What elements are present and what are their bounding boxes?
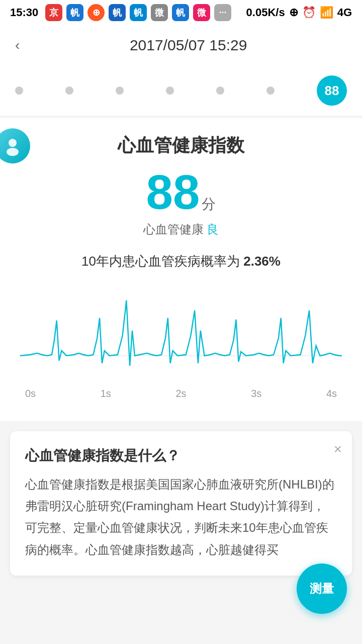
health-title: 心血管健康指数 bbox=[20, 133, 342, 158]
info-box-title: 心血管健康指数是什么？ bbox=[25, 446, 337, 465]
dots-row: 88 bbox=[0, 65, 362, 116]
app-icon-5[interactable]: 帆 bbox=[172, 4, 189, 21]
app-icon-1[interactable]: 帆 bbox=[66, 4, 83, 21]
wifi-icon: 📶 bbox=[320, 6, 333, 19]
risk-text: 10年内患心血管疾病概率为 2.36% bbox=[20, 253, 342, 270]
app-icon-4[interactable]: 帆 bbox=[130, 4, 147, 21]
score-unit: 分 bbox=[202, 196, 216, 212]
signal-icon: 4G bbox=[337, 6, 352, 19]
health-status: 心血管健康 良 bbox=[20, 221, 342, 237]
page-title: 2017/05/07 15:29 bbox=[25, 37, 352, 54]
measure-fab-button[interactable]: 测量 bbox=[297, 564, 347, 614]
app-icon-2[interactable]: ⊕ bbox=[87, 4, 105, 21]
network-speed: 0.05K/s bbox=[246, 6, 285, 19]
dot-3[interactable] bbox=[116, 87, 124, 95]
score-display: 88分 bbox=[20, 168, 342, 216]
info-box-close-button[interactable]: × bbox=[334, 441, 342, 457]
risk-prefix: 10年内患心血管疾病概率为 bbox=[81, 254, 240, 269]
dot-4[interactable] bbox=[166, 87, 174, 95]
health-status-badge: 良 bbox=[207, 222, 219, 236]
ecg-label-2s: 2s bbox=[175, 388, 186, 399]
alarm-icon: ⏰ bbox=[302, 6, 316, 19]
score-number: 88 bbox=[146, 165, 200, 219]
info-box-text: 心血管健康指数是根据美国国家心肺血液研究所(NHLBI)的弗雷明汉心脏研究(Fr… bbox=[25, 473, 337, 560]
status-right: 0.05K/s ⊕ ⏰ 📶 4G bbox=[246, 6, 352, 19]
risk-value: 2.36% bbox=[243, 254, 281, 269]
back-button[interactable]: ‹ bbox=[10, 32, 25, 58]
app-icon-more[interactable]: ··· bbox=[214, 4, 231, 21]
app-icon-3[interactable]: 帆 bbox=[109, 4, 126, 21]
info-box: 心血管健康指数是什么？ × 心血管健康指数是根据美国国家心肺血液研究所(NHLB… bbox=[10, 431, 352, 576]
ecg-chart-container: 0s 1s 2s 3s 4s bbox=[20, 280, 342, 401]
ecg-chart bbox=[20, 280, 342, 386]
ecg-label-3s: 3s bbox=[251, 388, 261, 399]
dot-5[interactable] bbox=[216, 87, 224, 95]
ecg-label-1s: 1s bbox=[101, 388, 111, 399]
health-status-text: 心血管健康 bbox=[143, 222, 204, 236]
app-icon-6[interactable]: 微 bbox=[193, 4, 210, 21]
status-bar: 15:30 京 帆 ⊕ 帆 帆 微 帆 微 ··· 0.05K/s ⊕ ⏰ 📶 … bbox=[0, 0, 362, 25]
header: ‹ 2017/05/07 15:29 bbox=[0, 25, 362, 65]
score-circle[interactable]: 88 bbox=[317, 75, 347, 106]
bluetooth-icon: ⊕ bbox=[289, 6, 298, 19]
svg-point-1 bbox=[7, 148, 19, 156]
svg-point-0 bbox=[9, 139, 17, 147]
main-content: 心血管健康指数 88分 心血管健康 良 10年内患心血管疾病概率为 2.36% … bbox=[0, 118, 362, 421]
app-icon-weibo[interactable]: 微 bbox=[151, 4, 168, 21]
ecg-label-0s: 0s bbox=[25, 388, 36, 399]
app-icon-jd[interactable]: 京 bbox=[45, 4, 62, 21]
dot-1[interactable] bbox=[15, 87, 23, 95]
ecg-label-4s: 4s bbox=[326, 388, 337, 399]
dot-6[interactable] bbox=[266, 87, 275, 95]
dot-2[interactable] bbox=[65, 87, 73, 95]
ecg-labels: 0s 1s 2s 3s 4s bbox=[20, 388, 342, 399]
status-time: 15:30 bbox=[10, 6, 38, 19]
